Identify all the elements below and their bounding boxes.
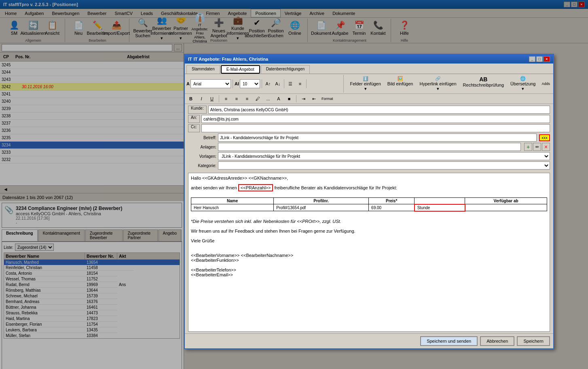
candidate-table: Name Profilnr. Preis* Verfügbar ab Herr … [191, 197, 547, 212]
kunde-btn[interactable]: Kunde: [188, 106, 207, 114]
anlagen-label: Anlagen: [188, 145, 216, 149]
outdent-btn[interactable]: ⇤ [309, 94, 318, 103]
sig-line4: <<BearbeiterEmail>> [191, 272, 547, 277]
modal-title-bar: IT IT Angebote: Frau Ahlers, Christina _… [185, 55, 553, 64]
candidate-name: Herr Hanusch [191, 204, 274, 211]
anlagen-input[interactable] [218, 143, 521, 151]
rechtschreibung-label: Rechtschreibprüfung [463, 83, 504, 87]
col-name-header: Name [191, 198, 274, 204]
gruss-text: Viele Grüße [191, 238, 547, 243]
bild-icon: 🖼️ [398, 76, 403, 81]
modal-footer: Speichern und senden Abbrechen Speichern [185, 333, 553, 348]
candidate-einheit: Stunde [415, 204, 465, 211]
format-label: Format [320, 97, 335, 101]
vorlagen-row: Vorlagen: JLink - Kandidatenvorschläge f… [188, 152, 550, 160]
cc-input[interactable] [201, 124, 550, 132]
italic-btn[interactable]: I [197, 94, 206, 103]
underline-btn[interactable]: U [207, 94, 216, 103]
divider2 [296, 95, 296, 102]
anlagen-edit-btn[interactable]: ✏ [533, 143, 541, 151]
font-color-btn[interactable]: A [274, 94, 283, 103]
anlagen-btns: + ✏ × [524, 143, 550, 151]
bild-einfuegen-btn[interactable]: 🖼️ Bild einfügen [385, 75, 416, 93]
font-grow-btn[interactable]: A↑ [264, 79, 273, 88]
uebersetzung-label: Übersetzung [510, 81, 535, 86]
save-btn[interactable]: Speichern [517, 336, 550, 346]
font-a-label: A [186, 81, 190, 86]
uebersetzung-icon: 🌐 [520, 76, 526, 81]
kunde-row: Kunde: [188, 106, 550, 114]
hyperlink-btn[interactable]: 🔗 Hyperlink einfügen ▾ [417, 75, 459, 93]
cancel-btn[interactable]: Abbrechen [480, 336, 514, 346]
betreff-input[interactable] [218, 134, 537, 142]
fmt-group-abc: A↑ A↓ [264, 79, 284, 88]
dots-btn[interactable]: ... [264, 94, 273, 103]
format-toolbar-2: B I U ≡ ≡ ≡ 🖊 ... A ■ ⇥ ⇤ Format [185, 94, 553, 104]
intro-text: anbei senden wir Ihnen <<PRAnzahl>> frei… [191, 185, 547, 190]
uebersetzung-btn[interactable]: 🌐 Übersetzung ▾ [508, 75, 538, 93]
align-left-btn[interactable]: ≡ [222, 94, 231, 103]
kunde-input[interactable] [208, 106, 550, 114]
greeting-text: Hallo <<GKAdressAnrede>> <<GKNachname>>, [191, 176, 547, 180]
list-btn[interactable]: ☰ [286, 79, 295, 88]
email-body[interactable]: Hallo <<GKAdressAnrede>> <<GKNachname>>,… [188, 173, 550, 332]
candidate-preis: 69.00 [369, 204, 415, 211]
modal-close-btn[interactable]: × [544, 56, 550, 62]
fmt-group-list: ☰ ≡ [286, 79, 307, 88]
modal-maximize-btn[interactable]: □ [536, 56, 543, 62]
modal-title: IT Angebote: Frau Ahlers, Christina [194, 57, 529, 62]
vorlagen-label: Vorlagen: [188, 154, 216, 159]
note-text: *Die Preise verstehen sich inkl. aller N… [191, 219, 547, 224]
pr-anzahl-field: <<PRAnzahl>> [238, 184, 273, 191]
align-right-btn[interactable]: ≡ [243, 94, 252, 103]
anlagen-add-btn[interactable]: + [524, 143, 532, 151]
vorlagen-select[interactable]: JLink - Kandidatenvorschläge für Ihr Pro… [218, 152, 550, 160]
felder-einfuegen-btn[interactable]: ℹ️ Felder einfügen ▾ [347, 75, 383, 93]
align-center-btn[interactable]: ≡ [232, 94, 241, 103]
col-empty-header [415, 198, 465, 204]
modal-minimize-btn[interactable]: _ [529, 56, 535, 62]
font-size-a-label: AI [235, 81, 239, 86]
sig-line2: <<BearbeiterFunktion>> [191, 258, 547, 263]
an-input[interactable] [201, 115, 550, 123]
candidate-profilnr: Profil#13654.pdf [274, 204, 369, 211]
anlagen-del-btn[interactable]: × [542, 143, 550, 151]
betreff-row: Betreff: xxx [188, 134, 550, 142]
sig-line1: <<BearbeiterVorname>> <<BearbeiterNachna… [191, 253, 547, 258]
rechtschreibung-icon: AB [479, 76, 487, 83]
bild-label: Bild einfügen [387, 81, 413, 86]
modal-title-icon: IT [188, 57, 192, 62]
save-send-btn[interactable]: Speichern und senden [420, 336, 478, 346]
modal-tab-bar: Stammdaten E-Mail-Angebot Datenberechtig… [185, 64, 553, 74]
rechtschreibung-btn[interactable]: AB Rechtschreibprüfung [460, 75, 507, 93]
adds-label: Adds [540, 82, 552, 86]
font-name-select[interactable]: Arial [190, 79, 231, 88]
highlight-btn[interactable]: 🖊 [253, 94, 262, 103]
felder-label: Felder einfügen [350, 81, 381, 86]
modal-tab-datenberechtigungen[interactable]: Datenberechtigungen [261, 65, 310, 74]
hyperlink-icon: 🔗 [435, 76, 441, 81]
modal-tab-email[interactable]: E-Mail-Angebot [221, 65, 260, 74]
col-profilnr-header: Profilnr. [274, 198, 369, 204]
kategorie-select[interactable] [218, 161, 550, 170]
candidate-row-1: Herr Hanusch Profil#13654.pdf 69.00 Stun… [191, 204, 547, 211]
cc-btn[interactable]: Cc: [188, 124, 200, 132]
bg-color-btn[interactable]: ■ [285, 94, 294, 103]
kategorie-row: Kategorie: [188, 161, 550, 170]
right-tools: ℹ️ Felder einfügen ▾ 🖼️ Bild einfügen 🔗 … [343, 75, 538, 93]
email-form: Kunde: An: Cc: Betreff: xxx Anlagen: + ✏… [185, 104, 553, 171]
hyperlink-label: Hyperlink einfügen [419, 81, 456, 86]
bold-btn[interactable]: B [186, 94, 195, 103]
an-row: An: [188, 115, 550, 123]
felder-icon: ℹ️ [363, 76, 368, 81]
modal-angebote: IT IT Angebote: Frau Ahlers, Christina _… [184, 54, 554, 349]
col-verfugbar-header: Verfügbar ab [465, 198, 547, 204]
list2-btn[interactable]: ≡ [296, 79, 305, 88]
font-size-select[interactable]: 10 [240, 79, 260, 88]
modal-tab-stammdaten[interactable]: Stammdaten [186, 65, 220, 74]
an-btn[interactable]: An: [188, 115, 200, 123]
cc-row: Cc: [188, 124, 550, 132]
betreff-label: Betreff: [188, 136, 216, 140]
indent-btn[interactable]: ⇥ [299, 94, 308, 103]
font-shrink-btn[interactable]: A↓ [273, 79, 282, 88]
